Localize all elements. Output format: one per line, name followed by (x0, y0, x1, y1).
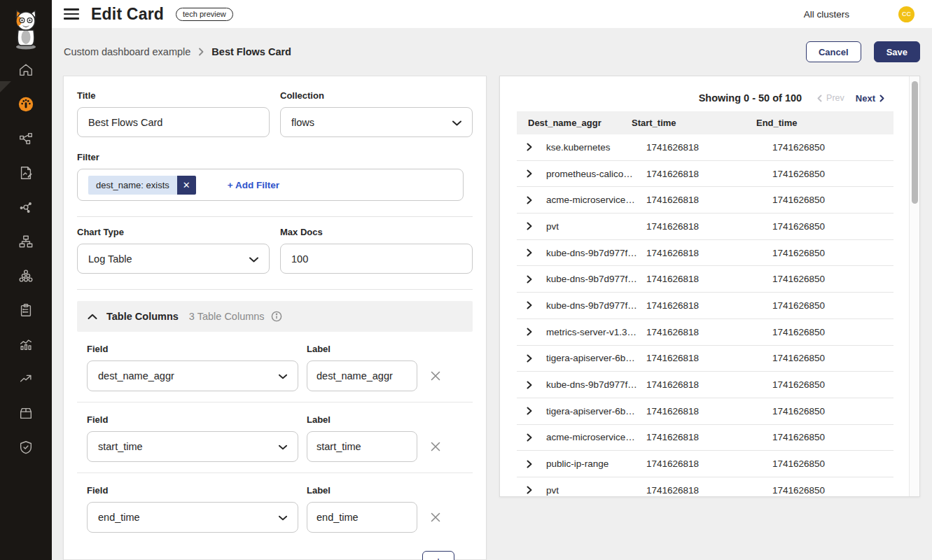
collapse-chevron-icon[interactable] (88, 310, 97, 323)
expand-row-chevron-icon[interactable] (527, 275, 538, 284)
avatar[interactable]: CC (898, 6, 914, 22)
row-start: 1741626818 (646, 248, 772, 258)
remove-column-icon[interactable] (423, 360, 448, 391)
expand-row-chevron-icon[interactable] (527, 169, 538, 178)
row-start: 1741626818 (646, 327, 772, 337)
table-row[interactable]: kube-dns-9b7d977f… 1741626818 1741626850 (517, 266, 893, 293)
table-row[interactable]: pvt 1741626818 1741626850 (517, 477, 893, 497)
remove-column-icon[interactable] (423, 502, 448, 533)
flows-table: Dest_name_aggr Start_time End_time kse.k… (517, 111, 893, 497)
breadcrumb-parent[interactable]: Custom dashboard example (64, 46, 190, 57)
remove-filter-icon[interactable]: ✕ (177, 176, 196, 195)
clusters-icon[interactable] (18, 267, 34, 284)
logs-icon[interactable] (18, 336, 34, 353)
cancel-button[interactable]: Cancel (806, 41, 861, 62)
network-hierarchy-icon[interactable] (18, 233, 34, 250)
flows-table-body: kse.kubernetes 1741626818 1741626850 pro… (517, 134, 893, 497)
sidebar (0, 0, 52, 560)
row-end: 1741626850 (772, 353, 893, 363)
expand-row-chevron-icon[interactable] (527, 248, 538, 257)
field-select[interactable]: start_time (87, 431, 298, 462)
table-row[interactable]: pvt 1741626818 1741626850 (517, 214, 893, 240)
table-columns-list: Field dest_name_aggr Label Field (77, 332, 473, 533)
title-input[interactable] (77, 107, 270, 137)
menu-toggle-icon[interactable] (64, 6, 81, 22)
table-row[interactable]: kube-dns-9b7d977f… 1741626818 1741626850 (517, 372, 893, 398)
table-row[interactable]: tigera-apiserver-6b… 1741626818 17416268… (517, 398, 893, 425)
dashboards-icon-active[interactable] (18, 96, 34, 113)
expand-row-chevron-icon[interactable] (527, 433, 538, 442)
label-input[interactable] (307, 502, 417, 533)
table-row[interactable]: prometheus-calico… 1741626818 1741626850 (517, 161, 893, 188)
row-start: 1741626818 (646, 485, 772, 496)
next-page-button[interactable]: Next (856, 93, 884, 104)
label-input[interactable] (307, 360, 417, 391)
row-end: 1741626850 (772, 432, 893, 442)
row-name: kse.kubernetes (546, 142, 646, 153)
packages-icon[interactable] (18, 405, 34, 421)
table-row[interactable]: acme-microservice… 1741626818 1741626850 (517, 425, 893, 451)
reports-icon[interactable] (18, 164, 34, 181)
home-icon[interactable] (18, 62, 34, 78)
save-button[interactable]: Save (874, 41, 920, 62)
preview-scrollbar-track[interactable] (909, 76, 919, 496)
breadcrumb-current: Best Flows Card (211, 46, 291, 57)
table-row[interactable]: kse.kubernetes 1741626818 1741626850 (517, 134, 893, 161)
table-row[interactable]: acme-microservice… 1741626818 1741626850 (517, 187, 893, 214)
calico-logo[interactable] (0, 0, 52, 55)
flow-visualization-icon[interactable] (18, 199, 34, 216)
expand-row-chevron-icon[interactable] (527, 196, 538, 204)
page-title: Edit Card (91, 5, 164, 24)
collection-select[interactable]: flows (280, 107, 473, 137)
expand-row-chevron-icon[interactable] (527, 354, 538, 363)
row-name: kube-dns-9b7d977f… (546, 248, 646, 258)
filter-label: Filter (77, 152, 473, 162)
row-name: public-ip-range (546, 458, 646, 469)
chart-type-select[interactable]: Log Table (77, 244, 270, 274)
table-row[interactable]: public-ip-range 1741626818 1741626850 (517, 451, 893, 477)
row-end: 1741626850 (772, 274, 893, 284)
breadcrumb: Custom dashboard example Best Flows Card (64, 46, 291, 57)
field-select[interactable]: dest_name_aggr (87, 360, 298, 391)
row-end: 1741626850 (772, 195, 893, 205)
expand-row-chevron-icon[interactable] (527, 328, 538, 336)
cluster-selector[interactable]: All clusters (804, 9, 849, 20)
trends-icon[interactable] (18, 370, 34, 387)
security-shield-icon[interactable] (18, 439, 34, 456)
remove-column-icon[interactable] (423, 431, 448, 462)
expand-row-chevron-icon[interactable] (527, 381, 538, 389)
expand-row-chevron-icon[interactable] (527, 301, 538, 309)
expand-row-chevron-icon[interactable] (527, 407, 538, 415)
row-start: 1741626818 (646, 221, 772, 232)
table-row[interactable]: kube-dns-9b7d977f… 1741626818 1741626850 (517, 240, 893, 267)
add-filter-link[interactable]: + Add Filter (228, 180, 279, 190)
chart-type-value: Log Table (88, 253, 132, 265)
divider (77, 216, 473, 217)
prev-page-button[interactable]: Prev (817, 93, 844, 103)
row-start: 1741626818 (646, 432, 772, 442)
expand-row-chevron-icon[interactable] (527, 222, 538, 230)
row-name: tigera-apiserver-6b… (546, 406, 646, 416)
add-column-button[interactable]: + (422, 551, 454, 560)
field-select[interactable]: end_time (87, 502, 298, 533)
expand-row-chevron-icon[interactable] (527, 460, 538, 468)
table-row[interactable]: tigera-apiserver-6b… 1741626818 17416268… (517, 346, 893, 372)
expand-row-chevron-icon[interactable] (527, 143, 538, 151)
expand-row-chevron-icon[interactable] (527, 486, 538, 494)
max-docs-input[interactable] (280, 244, 473, 274)
column-header-start-time: Start_time (632, 118, 756, 128)
label-input[interactable] (307, 431, 417, 462)
row-name: metrics-server-v1.3… (546, 327, 646, 337)
collection-value: flows (291, 117, 314, 128)
row-start: 1741626818 (646, 458, 772, 469)
table-row[interactable]: kube-dns-9b7d977f… 1741626818 1741626850 (517, 293, 893, 319)
filter-box[interactable]: dest_name: exists ✕ + Add Filter (77, 169, 464, 201)
table-row[interactable]: metrics-server-v1.3… 1741626818 17416268… (517, 319, 893, 346)
max-docs-label: Max Docs (280, 227, 473, 237)
row-start: 1741626818 (646, 300, 772, 311)
info-icon[interactable] (271, 311, 282, 322)
preview-scrollbar-thumb[interactable] (912, 81, 918, 204)
compliance-icon[interactable] (18, 302, 34, 318)
service-graph-icon[interactable] (18, 130, 34, 147)
table-columns-section-header[interactable]: Table Columns 3 Table Columns (77, 301, 473, 332)
